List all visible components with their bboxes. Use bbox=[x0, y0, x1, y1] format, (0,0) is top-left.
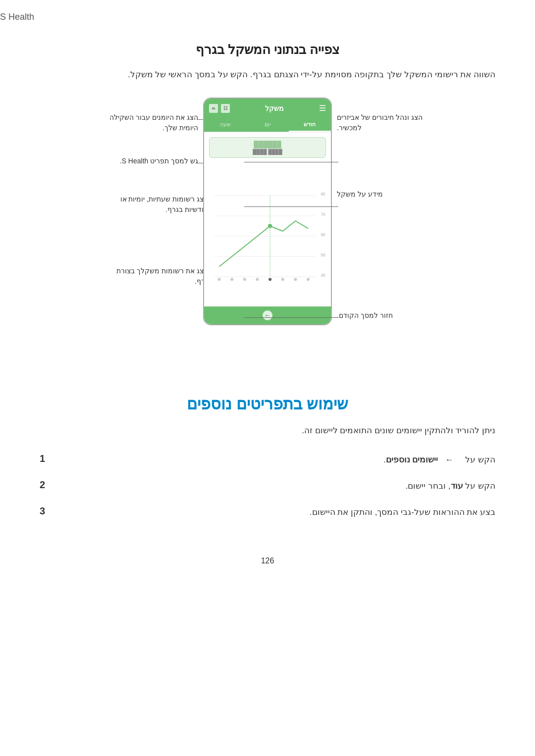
svg-point-19 bbox=[307, 278, 310, 281]
phone-topbar-icons: ☷ ∞ bbox=[209, 104, 230, 113]
tab-month[interactable]: חודש bbox=[289, 118, 331, 132]
back-arrow-icon: ← bbox=[263, 310, 272, 320]
step-text-1: הקש על ← יישומים נוספים. bbox=[62, 453, 495, 467]
step-item-2: הקש על עוד, ובחר יישום. 2 bbox=[40, 479, 495, 494]
callout-left-1: הצג את היומנים עבור השקילה היומית שלך. bbox=[104, 112, 198, 133]
svg-point-13 bbox=[230, 278, 233, 281]
tab-day[interactable]: יום bbox=[246, 118, 288, 132]
section1-title: צפייה בנתוני המשקל בגרף bbox=[40, 42, 495, 57]
svg-point-16 bbox=[268, 278, 271, 281]
section1: צפייה בנתוני המשקל בגרף השווה את רישומי … bbox=[0, 22, 535, 365]
callout-left-3: הצג רשומות שעתיות, יומיות או חודשיות בגר… bbox=[109, 194, 208, 215]
step-item-3: בצע את ההוראות שעל-גבי המסך, והתקן את הי… bbox=[40, 505, 495, 520]
line-right-2 bbox=[244, 206, 338, 207]
link-icon: ∞ bbox=[209, 104, 218, 113]
app-name: S Health bbox=[0, 12, 34, 22]
line-right-1 bbox=[244, 162, 338, 162]
diagram-container: הצג את היומנים עבור השקילה היומית שלך. ג… bbox=[40, 98, 495, 355]
step-list: הקש על ← יישומים נוספים. 1 הקש על עוד, ו… bbox=[40, 453, 495, 520]
section2-desc: ניתן להוריד ולהתקין יישומים שונים התואמי… bbox=[40, 423, 495, 439]
svg-text:80: 80 bbox=[321, 192, 326, 197]
tab-hour[interactable]: שעה bbox=[204, 118, 246, 132]
svg-point-15 bbox=[256, 278, 259, 281]
svg-point-14 bbox=[243, 278, 246, 281]
section2: שימוש בתפריטים נוספים ניתן להוריד ולהתקי… bbox=[0, 375, 535, 542]
section2-title: שימוש בתפריטים נוספים bbox=[40, 395, 495, 413]
step-item-1: הקש על ← יישומים נוספים. 1 bbox=[40, 453, 495, 467]
phone-tabs: חודש יום שעה bbox=[204, 118, 331, 132]
section1-desc: השווה את רישומי המשקל שלך בתקופה מסוימת … bbox=[40, 67, 495, 83]
svg-text:70: 70 bbox=[321, 212, 326, 217]
callout-right-2: מידע על משקל bbox=[337, 189, 436, 200]
svg-point-12 bbox=[217, 278, 220, 281]
phone-graph: ██████ ████ ████ 80 70 60 50 40 bbox=[204, 132, 331, 310]
callout-left-2: גש למסך תפריט S Health. bbox=[109, 156, 198, 166]
callout-right-1: הצג ונהל חיבורים של אביזרים למכשיר. bbox=[337, 112, 441, 133]
phone-mockup: ☰ משקל ☷ ∞ חודש יום שעה ██ bbox=[203, 98, 332, 325]
step-text-2: הקש על עוד, ובחר יישום. bbox=[62, 479, 495, 494]
svg-point-18 bbox=[294, 278, 297, 281]
svg-point-17 bbox=[281, 278, 284, 281]
callout-right-3: חזור למסך הקודם. bbox=[337, 310, 436, 321]
svg-text:50: 50 bbox=[321, 253, 326, 257]
weight-info-box: ██████ ████ ████ bbox=[209, 137, 326, 158]
step-text-3: בצע את ההוראות שעל-גבי המסך, והתקן את הי… bbox=[62, 505, 495, 520]
page-header: S Health bbox=[0, 0, 535, 22]
callout-left-4: הצג את רשומות משקלך בצורת גרף. bbox=[109, 266, 208, 287]
svg-text:40: 40 bbox=[321, 273, 326, 278]
step-number-1: 1 bbox=[40, 453, 54, 464]
grid-icon: ☷ bbox=[221, 104, 230, 113]
phone-bottombar: ← bbox=[204, 306, 331, 324]
phone-screen: ☰ משקל ☷ ∞ חודש יום שעה ██ bbox=[204, 99, 331, 324]
phone-topbar-title: משקל bbox=[265, 104, 284, 112]
step-number-3: 3 bbox=[40, 505, 54, 517]
page-number: 126 bbox=[0, 542, 535, 575]
line-right-3 bbox=[244, 317, 338, 318]
phone-topbar: ☰ משקל ☷ ∞ bbox=[204, 99, 331, 118]
graph-svg: 80 70 60 50 40 bbox=[209, 167, 326, 305]
svg-text:60: 60 bbox=[321, 233, 326, 237]
step-number-2: 2 bbox=[40, 479, 54, 491]
